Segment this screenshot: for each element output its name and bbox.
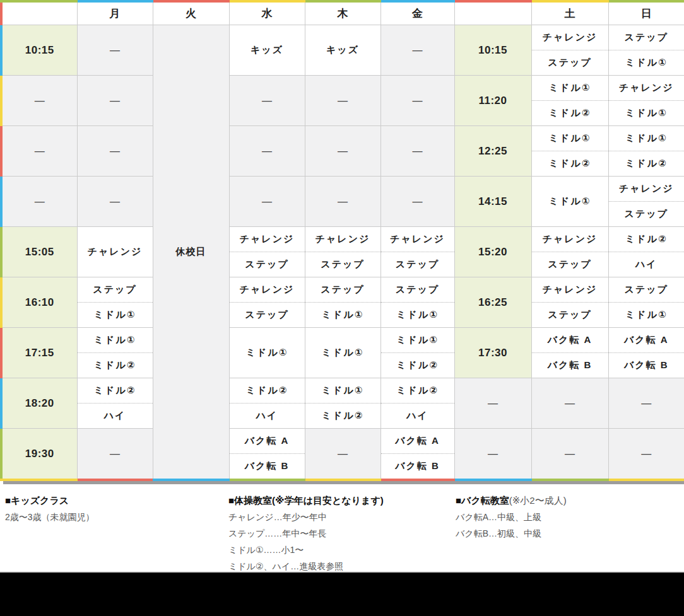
class-label: ミドル① xyxy=(625,132,668,144)
split-cell: チャレンジステップ xyxy=(230,277,305,327)
class-label: ミドル① xyxy=(94,334,136,346)
time-label: 11:20 xyxy=(478,95,507,107)
no-class-dash: — xyxy=(413,146,423,156)
split-top: チャレンジ xyxy=(609,177,684,201)
split-top: チャレンジ xyxy=(532,277,608,302)
no-class-dash: — xyxy=(413,95,423,106)
cell-wed-row4: — xyxy=(229,177,305,227)
no-class-dash: — xyxy=(565,398,575,409)
cell-mon-row4: — xyxy=(77,177,153,227)
split-top: ミドル① xyxy=(305,378,380,403)
class-label: ミドル① xyxy=(322,347,364,357)
cell-thu-row6: ステップミドル① xyxy=(305,277,380,328)
split-cell: チャレンジステップ xyxy=(609,177,684,226)
split-bottom: ステップ xyxy=(305,252,380,277)
split-cell: ステップミドル① xyxy=(305,277,380,327)
time-label: 17:30 xyxy=(478,347,507,359)
split-bottom: ミドル② xyxy=(78,352,153,378)
class-label: ステップ xyxy=(625,208,668,220)
no-class-dash: — xyxy=(110,448,120,459)
legend-bakuten-class: ■バク転教室(※小2〜成人) バク転A…中級、上級 バク転B…初級、中級 xyxy=(456,492,684,572)
class-label: バク転 B xyxy=(548,359,593,371)
cell-thu-row9: — xyxy=(305,429,380,480)
class-label: チャレンジ xyxy=(390,233,445,245)
cell-sun-row1: ステップミドル① xyxy=(608,25,684,76)
time-label: 19:30 xyxy=(25,448,54,460)
no-class-dash: — xyxy=(110,45,120,55)
cell-sat-row5: チャレンジステップ xyxy=(531,227,608,277)
split-top: ステップ xyxy=(305,277,380,302)
class-label: ステップ xyxy=(396,284,439,296)
split-cell: ミドル①ミドル② xyxy=(305,378,380,428)
cell-sun-row2: チャレンジミドル① xyxy=(608,76,684,126)
time-label: 16:25 xyxy=(478,296,507,308)
class-label: ハイ xyxy=(104,410,126,422)
cell-wed-row7: ミドル① xyxy=(229,328,305,378)
class-label: バク転 A xyxy=(624,334,669,346)
cell-time-right-row9: — xyxy=(454,429,531,480)
split-bottom: バク転 B xyxy=(532,352,608,378)
col-header-mon: 月 xyxy=(77,1,153,25)
cell-sat-row1: チャレンジステップ xyxy=(531,25,608,76)
split-cell: バク転 Aバク転 B xyxy=(609,328,684,378)
no-class-dash: — xyxy=(413,196,423,207)
cell-mon-row9: — xyxy=(77,429,153,480)
legend-taiso-title: ■体操教室(※学年は目安となります) xyxy=(228,492,456,509)
cell-wed-row5: チャレンジステップ xyxy=(229,227,305,277)
no-class-dash: — xyxy=(338,146,348,156)
cell-mon-row5: チャレンジ xyxy=(77,227,153,277)
schedule-row-4: —————14:15ミドル①チャレンジステップ xyxy=(1,177,684,227)
split-top: ミドル② xyxy=(78,378,153,403)
split-cell: バク転 Aバク転 B xyxy=(230,429,305,479)
split-top: チャレンジ xyxy=(532,227,608,252)
split-top: バク転 A xyxy=(609,328,684,352)
legend-taiso-class: ■体操教室(※学年は目安となります) チャレンジ…年少〜年中 ステップ……年中〜… xyxy=(228,492,456,572)
class-label: チャレンジ xyxy=(240,233,295,245)
cell-time-left-row3: — xyxy=(1,126,77,177)
no-class-dash: — xyxy=(35,146,45,156)
cell-sat-row4: ミドル① xyxy=(531,177,608,227)
class-label: チャレンジ xyxy=(543,284,598,296)
split-bottom: ハイ xyxy=(230,403,305,428)
cell-time-left-row6: 16:10 xyxy=(1,277,77,328)
class-label: チャレンジ xyxy=(619,82,674,94)
class-label: ハイ xyxy=(256,410,278,422)
no-class-dash: — xyxy=(641,398,651,409)
class-label: バク転 A xyxy=(548,334,593,346)
cell-fri-row5: チャレンジステップ xyxy=(380,227,454,277)
class-label: ミドル② xyxy=(322,410,364,422)
cell-time-right-row6: 16:25 xyxy=(454,277,531,328)
split-top: チャレンジ xyxy=(532,25,608,50)
split-top: チャレンジ xyxy=(230,277,305,302)
split-cell: チャレンジステップ xyxy=(532,227,608,277)
schedule-table: 月 火 水 木 金 土 日 10:15—休校日キッズキッズ—10:15チャレンジ… xyxy=(0,0,684,481)
cell-time-left-row2: — xyxy=(1,76,77,126)
cell-fri-row8: ミドル②ハイ xyxy=(380,378,454,429)
cell-wed-row9: バク転 Aバク転 B xyxy=(229,429,305,480)
class-label: チャレンジ xyxy=(315,233,370,245)
closed-day-label: 休校日 xyxy=(176,246,206,257)
cell-fri-row9: バク転 Aバク転 B xyxy=(380,429,454,480)
split-cell: バク転 Aバク転 B xyxy=(532,328,608,378)
no-class-dash: — xyxy=(262,146,272,156)
class-label: ハイ xyxy=(406,410,428,422)
legend-taiso-line: ミドル①……小1〜 xyxy=(228,542,456,558)
split-bottom: ミドル② xyxy=(305,403,380,428)
cell-sun-row8: — xyxy=(608,378,684,429)
split-cell: ステップミドル① xyxy=(381,277,454,327)
class-label: ハイ xyxy=(635,259,657,270)
cell-sun-row7: バク転 Aバク転 B xyxy=(608,328,684,378)
col-header-time-left xyxy=(1,1,77,25)
split-top: バク転 A xyxy=(381,429,454,453)
no-class-dash: — xyxy=(35,95,45,106)
cell-tue-row1: 休校日 xyxy=(153,25,229,480)
cell-time-left-row8: 18:20 xyxy=(1,378,77,429)
cell-time-right-row8: — xyxy=(454,378,531,429)
split-top: ミドル② xyxy=(381,378,454,403)
no-class-dash: — xyxy=(565,448,575,459)
time-label: 12:25 xyxy=(478,145,507,157)
legend-taiso-line: ミドル②、ハイ…進級表参照 xyxy=(228,558,456,572)
class-label: ミドル② xyxy=(396,385,439,397)
class-label: ミドル① xyxy=(625,57,668,69)
no-class-dash: — xyxy=(338,95,348,106)
